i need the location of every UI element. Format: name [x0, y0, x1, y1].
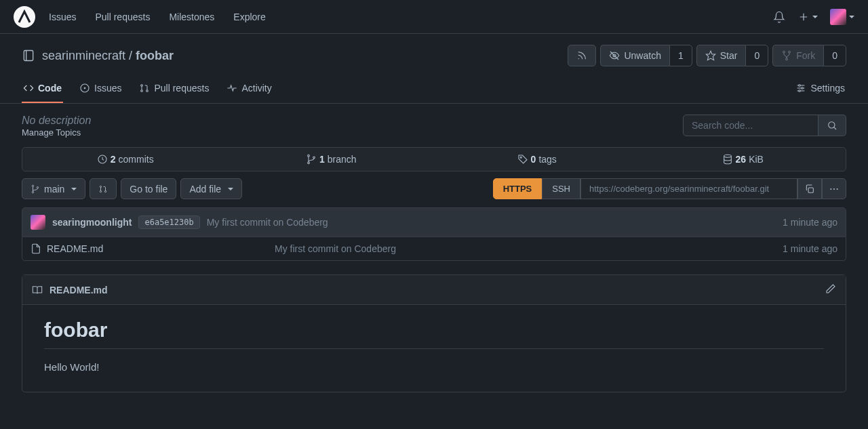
tab-code-label: Code [38, 83, 62, 94]
star-label: Star [720, 50, 738, 61]
stat-commits[interactable]: 2 commits [22, 148, 229, 171]
tags-label: tags [538, 154, 556, 165]
compare-icon [98, 184, 108, 194]
repo-header: searinminecraft / foobar Unwatch 1 Star … [0, 34, 868, 66]
svg-point-12 [146, 90, 149, 92]
svg-point-7 [786, 58, 788, 60]
clone-https-tab[interactable]: HTTPS [493, 178, 542, 199]
star-count[interactable]: 0 [745, 45, 768, 66]
clone-ssh-tab[interactable]: SSH [542, 178, 580, 199]
readme-filename[interactable]: README.md [50, 285, 108, 295]
svg-marker-4 [706, 51, 715, 60]
file-time: 1 minute ago [783, 243, 837, 254]
stat-size[interactable]: 26 KiB [640, 148, 846, 171]
svg-point-28 [724, 155, 731, 157]
readme-title: foobar [44, 319, 824, 349]
search-button[interactable] [818, 115, 846, 136]
fork-button[interactable]: Fork [772, 45, 823, 66]
code-search [683, 115, 846, 136]
tags-count: 0 [531, 154, 536, 165]
branches-count: 1 [319, 154, 325, 165]
star-button[interactable]: Star [696, 45, 746, 66]
repo-icon [22, 49, 35, 62]
fork-label: Fork [796, 50, 815, 61]
commit-avatar[interactable] [31, 215, 45, 230]
latest-commit: searingmoonlight e6a5e1230b My first com… [22, 207, 846, 237]
svg-point-9 [84, 87, 86, 89]
tab-activity[interactable]: Activity [225, 75, 273, 103]
commits-label: commits [119, 154, 154, 165]
add-file-label: Add file [189, 184, 221, 195]
repo-description: No description [22, 115, 91, 127]
svg-point-36 [830, 188, 831, 189]
copy-icon [804, 184, 815, 195]
bell-icon[interactable] [773, 11, 785, 23]
file-name[interactable]: README.md [47, 243, 103, 254]
nav-explore[interactable]: Explore [233, 12, 265, 22]
stats-bar: 2 commits 1 branch 0 tags 26 KiB [22, 147, 846, 171]
size-count: 26 [736, 154, 747, 165]
nav-milestones[interactable]: Milestones [169, 12, 214, 22]
svg-point-6 [789, 51, 791, 53]
svg-point-22 [829, 122, 835, 128]
repo-title: searinminecraft / foobar [22, 49, 174, 63]
tab-activity-label: Activity [241, 83, 271, 94]
tab-issues[interactable]: Issues [78, 75, 123, 103]
branch-icon [306, 154, 317, 165]
commit-author[interactable]: searingmoonlight [52, 217, 132, 228]
stat-branches[interactable]: 1 branch [229, 148, 435, 171]
svg-point-1 [578, 58, 579, 59]
svg-rect-0 [24, 51, 33, 61]
stat-tags[interactable]: 0 tags [434, 148, 640, 171]
file-commit-msg[interactable]: My first commit on Codeberg [275, 243, 776, 254]
add-file-button[interactable]: Add file [180, 178, 242, 199]
svg-point-31 [37, 186, 38, 188]
file-icon [31, 243, 41, 254]
branch-select[interactable]: main [22, 178, 85, 199]
tab-code[interactable]: Code [22, 75, 63, 103]
tab-settings[interactable]: Settings [794, 75, 846, 103]
fork-group: Fork 0 [772, 45, 846, 66]
site-logo[interactable] [14, 6, 35, 28]
user-menu[interactable] [830, 9, 854, 25]
more-button[interactable] [822, 178, 846, 199]
commit-message[interactable]: My first commit on Codeberg [207, 217, 328, 228]
svg-point-38 [837, 188, 838, 189]
repo-toolbar: main Go to file Add file HTTPS SSH [22, 178, 846, 199]
commit-hash[interactable]: e6a5e1230b [138, 216, 199, 229]
svg-line-23 [834, 127, 836, 129]
repo-tabs: Code Issues Pull requests Activity Setti… [0, 75, 868, 104]
branches-label: branch [328, 154, 357, 165]
repo-name-link[interactable]: foobar [136, 49, 174, 62]
compare-button[interactable] [90, 178, 117, 199]
history-icon [97, 154, 108, 165]
unwatch-button[interactable]: Unwatch [600, 45, 669, 66]
create-menu[interactable] [797, 11, 818, 23]
tab-prs[interactable]: Pull requests [138, 75, 210, 103]
tag-icon [517, 154, 528, 165]
fork-count[interactable]: 0 [823, 45, 846, 66]
clone-url-input[interactable] [580, 178, 797, 199]
database-icon [722, 154, 733, 165]
nav-issues[interactable]: Issues [49, 12, 76, 22]
search-icon [827, 120, 837, 131]
navbar: Issues Pull requests Milestones Explore [0, 0, 868, 34]
repo-owner-link[interactable]: searinminecraft [42, 49, 125, 62]
rss-button[interactable] [568, 45, 596, 66]
readme-body: foobar Hello World! [22, 305, 846, 392]
readme-box: README.md foobar Hello World! [22, 274, 846, 392]
watch-count[interactable]: 1 [669, 45, 692, 66]
commits-count: 2 [111, 154, 116, 165]
nav-pull-requests[interactable]: Pull requests [95, 12, 150, 22]
edit-readme-button[interactable] [825, 283, 836, 296]
goto-file-button[interactable]: Go to file [121, 178, 176, 199]
search-input[interactable] [683, 115, 818, 136]
svg-point-26 [313, 157, 315, 159]
chevron-down-icon [849, 16, 854, 18]
readme-header: README.md [22, 275, 846, 305]
svg-point-37 [833, 188, 835, 189]
copy-button[interactable] [797, 178, 822, 199]
svg-point-33 [100, 190, 102, 192]
size-label: KiB [749, 154, 764, 165]
manage-topics-link[interactable]: Manage Topics [22, 127, 81, 138]
